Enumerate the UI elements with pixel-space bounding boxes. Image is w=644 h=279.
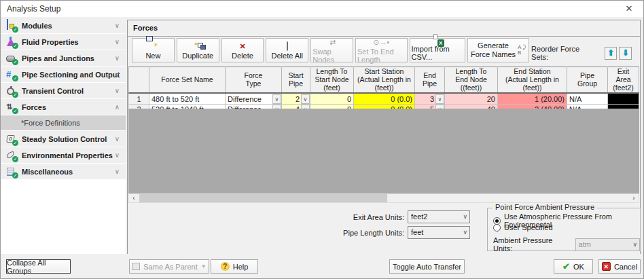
delete-all-button[interactable]: Delete All — [266, 38, 308, 62]
table-header-row: Force Set Name Force Type Start Pipe Len… — [129, 67, 639, 94]
chevron-down-icon[interactable]: ∨ — [115, 22, 120, 29]
chevron-down-icon[interactable]: ∨ — [115, 54, 120, 62]
radio-user-specified[interactable]: User Specified — [493, 223, 553, 231]
toggle-auto-transfer-button[interactable]: Toggle Auto Transfer — [389, 259, 465, 274]
title-bar: Analysis Setup ✕ — [1, 1, 643, 17]
delete-button[interactable]: ✕ Delete — [221, 38, 264, 62]
combo-arrow-icon[interactable]: ∨ — [435, 94, 444, 104]
modules-icon: ✓ — [5, 20, 17, 31]
length-to-start-node-cell[interactable]: 0 — [310, 93, 354, 104]
sidebar-item-label: Pipe Sectioning and Output — [22, 71, 120, 79]
import-csv-button-label: Import from CSV... — [412, 45, 463, 61]
sidebar-item-label: Environmental Properties — [22, 151, 113, 160]
combo-arrow-icon[interactable]: ∨ — [272, 94, 281, 104]
solver-icon: ✓ — [5, 134, 17, 145]
stopwatch-icon: ✓ — [5, 86, 17, 96]
sidebar-subitem-label: *Force Definitions — [21, 119, 80, 127]
end-station-cell[interactable]: 1 (20.00) — [498, 93, 567, 104]
set-to-end-length-button[interactable]: ⊙→▪ Set To End Length — [355, 38, 408, 62]
new-button[interactable]: ✶ New — [132, 38, 175, 62]
set-end-length-icon: ⊙→▪ — [373, 37, 389, 48]
delete-button-label: Delete — [232, 52, 253, 60]
duplicate-button-label: Duplicate — [182, 52, 213, 60]
sidebar-item-environmental-properties[interactable]: ✓ Environmental Properties ∨ — [1, 147, 126, 163]
list-icon: ✓ — [5, 166, 17, 177]
sidebar-item-steady-solution-control[interactable]: ✓ Steady Solution Control ∨ — [1, 131, 126, 147]
col-header-force-type: Force Type — [226, 67, 282, 94]
combo-arrow-icon[interactable]: ∨ — [301, 94, 310, 104]
help-button[interactable]: ? Help — [211, 259, 258, 274]
ok-label: OK — [573, 263, 584, 271]
generate-force-names-label: Generate Force Names — [471, 41, 516, 58]
pipe-length-units-select[interactable]: feet ∨ — [408, 226, 470, 239]
up-arrow-icon: ⬆ — [607, 48, 614, 58]
scroll-right-icon[interactable]: › — [629, 194, 639, 202]
sidebar-subitem-force-definitions[interactable]: *Force Definitions — [1, 115, 126, 130]
scroll-left-icon[interactable]: ‹ — [129, 194, 139, 202]
reorder-force-sets-label: Reorder Force Sets: — [531, 45, 597, 61]
sidebar-item-pipes-and-junctions[interactable]: ✓ Pipes and Junctions ∨ — [1, 50, 126, 66]
force-type-cell[interactable]: Difference∨ — [226, 93, 282, 104]
collapse-all-groups-button[interactable]: Collapse All Groups — [6, 259, 71, 274]
start-station-cell[interactable]: 0 (0.0) — [354, 93, 415, 104]
ambient-pressure-units-select[interactable]: atm ∨ — [575, 238, 640, 251]
col-header-end-pipe: End Pipe — [415, 67, 445, 94]
ambient-pressure-units-value: atm — [579, 240, 591, 248]
chevron-down-icon[interactable]: ∨ — [115, 151, 120, 159]
analysis-setup-dialog: Analysis Setup ✕ ✓ Modules ∨ ✓ Fluid Pro… — [0, 0, 644, 279]
same-as-parent-button[interactable]: Same As Parent ▼ — [129, 259, 209, 274]
sidebar-item-fluid-properties[interactable]: ✓ Fluid Properties ∨ — [1, 34, 126, 50]
force-arrows-icon: ⇅✓ — [5, 102, 17, 113]
col-header-exit-area: Exit Area (feet2) — [608, 67, 639, 94]
force-set-name-cell[interactable]: 480 ft to 520 ft — [149, 93, 226, 104]
swap-nodes-button-label: Swap Nodes — [312, 48, 351, 64]
chevron-down-icon[interactable]: ∨ — [115, 168, 120, 175]
exit-area-units-select[interactable]: feet2 ∨ — [408, 210, 470, 223]
rename-ab-icon: A ⤸ B — [518, 45, 526, 56]
sidebar-item-pipe-sectioning[interactable]: #✓ Pipe Sectioning and Output ∨ — [1, 67, 126, 82]
generate-force-names-button[interactable]: Generate Force Names A ⤸ B — [467, 38, 529, 62]
horizontal-scrollbar[interactable]: ‹ › — [128, 193, 639, 203]
start-pipe-cell[interactable]: 2∨ — [282, 93, 310, 104]
chevron-down-icon[interactable]: ∨ — [115, 87, 120, 94]
chevron-down-icon: ∨ — [463, 227, 467, 238]
pipe-length-units-row: Pipe Length Units: feet ∨ — [319, 226, 470, 239]
duplicate-button[interactable]: ✶ Duplicate — [177, 38, 219, 62]
chevron-down-icon: ▼ — [201, 263, 207, 269]
col-header-rownum — [129, 67, 149, 94]
scrollbar-thumb[interactable] — [139, 194, 387, 202]
down-arrow-icon: ⬇ — [622, 48, 629, 58]
col-header-length-to-end-node: Length To End Node ((feet)) — [445, 67, 498, 94]
end-pipe-cell[interactable]: 3∨ — [415, 93, 445, 104]
ok-button[interactable]: ✔ OK — [554, 259, 593, 274]
chevron-up-icon[interactable]: ∧ — [115, 103, 120, 111]
reorder-up-button[interactable]: ⬆ — [605, 47, 618, 60]
sidebar-item-miscellaneous[interactable]: ✓ Miscellaneous ∨ — [1, 164, 126, 179]
sidebar-item-modules[interactable]: ✓ Modules ∨ — [1, 18, 126, 33]
pipe-group-cell[interactable]: N/A — [567, 93, 608, 104]
row-number[interactable]: 1 — [129, 93, 149, 104]
sidebar-item-transient-control[interactable]: ✓ Transient Control ∨ — [1, 83, 126, 98]
close-icon[interactable]: ✕ — [623, 3, 635, 15]
reorder-down-button[interactable]: ⬇ — [619, 47, 632, 60]
radio-unselected-icon[interactable] — [493, 224, 501, 231]
point-force-ambient-pressure-group: Point Force Ambient Pressure Use Atmosph… — [487, 208, 641, 251]
sidebar-item-label: Fluid Properties — [22, 38, 79, 46]
eraser-icon — [287, 41, 288, 52]
reorder-force-sets-group: Reorder Force Sets: ⬆ ⬇ — [531, 45, 632, 61]
chevron-down-icon[interactable]: ∨ — [115, 71, 120, 78]
import-from-csv-button[interactable]: X Import from CSV... — [410, 38, 465, 62]
window-title: Analysis Setup — [7, 4, 60, 14]
same-as-parent-icon — [132, 263, 140, 270]
collapse-all-groups-label: Collapse All Groups — [7, 259, 70, 275]
sidebar-item-forces[interactable]: ⇅✓ Forces ∧ — [1, 99, 126, 115]
forces-toolbar: ✶ New ✶ Duplicate ✕ Delete Delete All ⇄ … — [128, 38, 640, 65]
length-to-end-node-cell[interactable]: 20 — [445, 93, 498, 104]
chevron-down-icon[interactable]: ∨ — [115, 38, 120, 45]
ambient-pressure-units-row: Ambient Pressure Units: atm ∨ — [493, 236, 640, 253]
chevron-down-icon[interactable]: ∨ — [115, 135, 120, 143]
cancel-button[interactable]: ✕ Cancel — [598, 259, 641, 274]
swap-nodes-button[interactable]: ⇄ Swap Nodes — [310, 38, 353, 62]
exit-area-cell[interactable] — [608, 93, 639, 104]
help-question-icon: ? — [221, 262, 230, 271]
